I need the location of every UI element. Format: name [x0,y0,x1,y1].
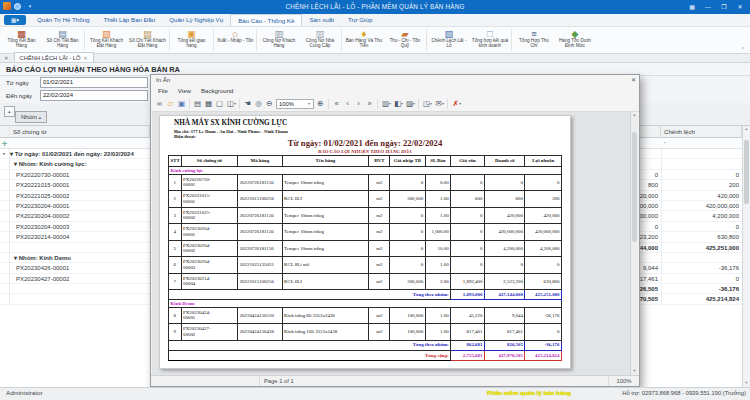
ribbon-button-tong-ket-khach-dat-hang[interactable]: ▧Tổng Kết Khách Đặt Hàng [86,27,127,53]
ribbon-button-cong-no-khach-hang[interactable]: ▥Công Nợ Khách Hàng [258,27,299,53]
tab-chenh-lech-lai-lo[interactable]: CHÊNH LỆCH LÃI - LỖ ✕ [14,52,94,62]
ribbon-tab-4[interactable]: Báo Cáo - Thống Kê [230,14,302,26]
chevron-down-icon[interactable]: ▾ [430,101,432,106]
chevron-down-icon[interactable]: ▾ [401,101,403,106]
hand-tool-icon[interactable]: ☚ [242,97,253,111]
zoom-level-combobox[interactable]: 100%▾ [276,99,314,109]
report-cell: 20220726181156 [238,207,282,224]
first-page-icon[interactable]: « [331,97,342,111]
report-cell: 1.00 [425,257,451,274]
column-header-chenh-lech[interactable]: Chênh lệch [661,126,742,138]
ribbon-button-cong-no-nha-cung-cap[interactable]: ▥Công Nợ Nhà Cung Cấp [299,27,340,53]
zoom-out-icon[interactable]: ⊖ [264,97,275,111]
report-grand-total-row: Tổng cộng:2,755,681427,970,505425,214,82… [169,350,562,361]
zoom-in-icon[interactable]: ⊕ [315,97,326,111]
report-cell: m2 [369,174,390,191]
dialog-menubar: File View Background [151,86,639,96]
ribbon-button-chenh-lech-lai-lo[interactable]: ▨Chênh Lệch Lãi - Lỗ [428,27,469,53]
report-data-row: 3PX20221025- 0000220220726181156Temper 1… [169,207,562,224]
scrollbar-thumb[interactable] [744,140,749,204]
dialog-close-icon[interactable]: ✕ [631,76,636,85]
chevron-down-icon[interactable]: ▾ [442,101,444,106]
preview-vertical-scrollbar[interactable]: ▲ ▼ [630,112,638,375]
ribbon-button-tong-ket-ban-hang[interactable]: ▦Tổng Kết Bán Hàng [1,27,42,53]
magnifier-icon[interactable]: ◎ [253,97,264,111]
report-cell: 2,523,200 [484,273,524,290]
close-button[interactable]: ✕ [732,0,748,14]
ribbon-tab-2[interactable]: Thiết Lập Ban Đầu [97,14,163,26]
filter-edit-icon[interactable]: ✛ [2,139,7,148]
preview-scroll-down-icon[interactable]: ▼ [631,368,638,375]
ribbon-tab-3[interactable]: Quản Lý Nghiệp Vụ [162,14,230,26]
menu-file[interactable]: File [154,86,172,96]
next-page-icon[interactable]: › [353,97,364,111]
chevron-down-icon[interactable]: ▾ [234,101,236,106]
report-group-total-value: -36,176 [525,340,562,350]
from-date-label: Từ ngày [6,79,29,86]
from-date-input[interactable]: 01/02/2021 [40,77,148,88]
app-menu-button[interactable]: ▦▾ [4,15,26,25]
ribbon-button-tong-hop-thu-chi[interactable]: ≡Tổng Hợp Thu Chi [513,27,554,53]
grid-cell-so-chung-tu: PX20230214-00004 [0,232,150,242]
print-icon[interactable]: ▤ [192,97,203,111]
scroll-up-icon[interactable]: ▲ [743,126,750,133]
ribbon-tab-row: ▦▾ Quản Trị Hệ ThốngThiết Lập Ban ĐầuQuả… [0,14,750,27]
ribbon-button-xuat-nhap-ton[interactable]: ⌂Xuất - Nhập - Tồn [215,27,255,53]
ribbon-tab-5[interactable]: Sản xuất [302,14,340,26]
to-date-label: Đến ngày [6,92,32,99]
group-chip-nhom[interactable]: Nhóm ▴ [15,111,47,123]
save-icon[interactable]: ▣ [176,97,187,111]
preview-scrollbar-thumb[interactable] [632,132,637,242]
maximize-button[interactable]: ❐ [716,0,732,14]
report-cell: Temper 10mm trắng [282,174,369,191]
chevron-down-icon[interactable]: ▾ [389,101,391,106]
report-cell: KCL 8Li mờ [282,257,369,274]
to-date-input[interactable]: 22/02/2024 [40,90,148,101]
report-cell: 0.00 [425,174,451,191]
document-tab-strip: ✕ CHÊNH LỆCH LÃI - LỖ ✕ [0,54,750,63]
report-cell: m2 [369,191,390,208]
open-icon[interactable]: ▱ [165,97,176,111]
report-column-header: Lợi nhuận [525,156,562,167]
dialog-status-empty [151,376,260,386]
ribbon-display-options-button[interactable]: ▦ [684,0,700,14]
ribbon-button-thu-chi-ton-quy[interactable]: ▰Thu - Chi - Tồn Quỹ [384,27,425,53]
dialog-status-zoom[interactable]: 100% [608,376,639,386]
ribbon-button-hang-ton-duoi-dinh-muc[interactable]: ◆Hàng Tồn Dưới Định Mức [554,27,595,53]
collapse-ribbon-icon[interactable]: ^ [742,46,744,52]
chevron-down-icon[interactable]: ▾ [413,101,415,106]
search-icon[interactable]: ∞ [154,97,165,111]
ribbon-button-so-chi-tiet-ban-hang[interactable]: ▤Sổ Chi Tiết Bán Hàng [42,27,83,53]
ribbon-button-tong-ket-giao-hang[interactable]: ▣Tổng kết giao hàng [171,27,212,53]
collapse-groups-button[interactable]: ▴ [4,106,15,117]
report-cell: Kính trắng 8li 3353x2438 [282,307,369,324]
ribbon-button-ban-hang-va-thu-tien[interactable]: ♦Bán Hàng Và Thu Tiền [343,27,384,53]
quick-print-icon[interactable]: ▦ [203,97,214,111]
ribbon-tab-1[interactable]: Quản Trị Hệ Thống [30,14,97,26]
close-all-tabs-icon[interactable]: ✕ [4,55,9,61]
page-setup-icon[interactable]: ▢ [214,97,225,111]
report-group-row: Kính Demo [169,300,562,308]
toolbar-separator [418,99,419,109]
report-cell: 0 [525,174,562,191]
preview-scroll-up-icon[interactable]: ▲ [631,112,638,119]
ribbon-tab-6[interactable]: Trợ Giúp [341,14,379,26]
report-cell: 0 [484,174,524,191]
menu-background[interactable]: Background [197,86,238,96]
grid-cell-chenh-lech: 420,000,000 [661,201,742,211]
statusbar-marquee: Phần mềm quản lý bán hàng [487,389,571,396]
ribbon-button-tong-hop-ket-qua-kinh-doanh[interactable]: □Tổng hợp kết quả kinh doanh [469,27,510,53]
scroll-down-icon[interactable]: ▼ [743,380,750,387]
report-group-total-label: Tổng theo nhóm: [169,290,451,300]
tab-close-icon[interactable]: ✕ [84,55,88,61]
menu-view[interactable]: View [174,86,195,96]
grid-vertical-scrollbar[interactable]: ▲ ▼ [742,126,750,387]
chevron-down-icon[interactable]: ▾ [459,101,461,106]
filter-cell-icon[interactable]: ▪ [664,140,666,145]
prev-page-icon[interactable]: ‹ [342,97,353,111]
minimize-button[interactable]: — [700,0,716,14]
last-page-icon[interactable]: » [364,97,375,111]
ribbon-button-so-chi-tiet-khach-dat-hang[interactable]: ▤Sổ Chi Tiết Khách Đặt Hàng [127,27,168,53]
grid-cell-chenh-lech: 420,000 [661,191,742,201]
column-header-so-chung-tu[interactable]: Số chứng từ [10,126,150,138]
